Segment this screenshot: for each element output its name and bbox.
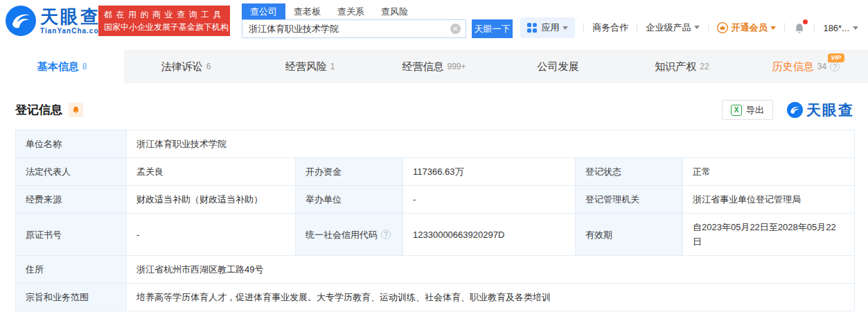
- export-button[interactable]: 导出: [722, 100, 773, 120]
- tab-basic-info[interactable]: 基本信息 8: [0, 50, 124, 83]
- tab-business-info[interactable]: 经营信息 999+: [372, 50, 496, 83]
- table-row: 住所 浙江省杭州市西湖区教工路49号: [16, 256, 855, 284]
- search-tab-boss[interactable]: 查老板: [285, 3, 329, 19]
- field-label: 法定代表人: [16, 158, 127, 186]
- search-tabs: 查公司 查老板 查关系 查风险: [242, 3, 513, 19]
- tab-count: 34: [817, 62, 826, 71]
- company-tabbar: 基本信息 8 法律诉讼 6 经营风险 1 经营信息 999+ 公司发展 知识产权…: [0, 50, 868, 83]
- monitor-bell-button[interactable]: [69, 103, 83, 117]
- field-label: 开办资金: [296, 158, 403, 186]
- tab-label: 经营信息: [402, 60, 443, 74]
- logo-domain: TianYanCha.com: [40, 27, 105, 35]
- registration-section-header: 登记信息 导出 天眼查: [15, 100, 854, 120]
- table-row: 经费来源 财政适当补助（财政适当补助） 举办单位 - 登记管理机关 浙江省事业单…: [16, 186, 855, 214]
- apps-label: 应用: [541, 21, 559, 34]
- tab-label: 公司发展: [538, 60, 579, 74]
- tab-count: 6: [206, 62, 211, 71]
- chevron-down-icon: [770, 26, 776, 30]
- field-value: 正常: [683, 158, 855, 186]
- nav-business-cooperation[interactable]: 商务合作: [592, 21, 628, 34]
- tab-history-info[interactable]: VIP 历史信息 34: [744, 50, 868, 83]
- tianyancha-logo-icon: [787, 102, 803, 118]
- notification-bell[interactable]: [793, 21, 806, 35]
- tab-company-development[interactable]: 公司发展: [496, 50, 620, 83]
- clear-search-icon[interactable]: [450, 24, 461, 34]
- account-menu[interactable]: 186*...: [823, 23, 858, 33]
- field-label: 原证书号: [16, 214, 127, 256]
- field-label-text: 统一社会信用代码: [305, 227, 378, 242]
- tab-count: 1: [330, 62, 335, 71]
- tab-operation-risk[interactable]: 经营风险 1: [248, 50, 372, 83]
- export-label: 导出: [746, 104, 764, 116]
- nav-open-vip[interactable]: 开通会员: [717, 21, 776, 34]
- top-nav: 应用 商务合作 企业级产品 开通会员 186*...: [520, 17, 858, 38]
- watermark-text: 天眼查: [806, 101, 854, 120]
- crown-icon: [717, 22, 728, 33]
- table-row: 单位名称 浙江体育职业技术学院: [16, 130, 855, 158]
- field-value: 浙江省事业单位登记管理局: [683, 186, 855, 214]
- field-label: 单位名称: [16, 130, 127, 158]
- section-title: 登记信息: [15, 102, 62, 118]
- logo-brand: 天眼查: [40, 8, 105, 26]
- tab-label: 法律诉讼: [161, 60, 203, 74]
- tab-label: 基本信息: [37, 60, 79, 74]
- tab-count: 22: [700, 62, 709, 71]
- field-value: 12330000663920297D: [403, 214, 576, 256]
- vip-label: 开通会员: [731, 21, 767, 34]
- tianyancha-watermark: 天眼查: [787, 101, 854, 120]
- excel-icon: [731, 105, 742, 116]
- field-label: 住所: [16, 256, 127, 284]
- tab-legal-proceedings[interactable]: 法律诉讼 6: [124, 50, 248, 83]
- registration-info-table: 单位名称 浙江体育职业技术学院 法定代表人 孟关良 开办资金 117366.63…: [15, 130, 855, 311]
- search-input-wrap: [242, 19, 466, 38]
- field-value: 浙江省杭州市西湖区教工路49号: [127, 256, 855, 284]
- field-label: 统一社会信用代码: [296, 214, 403, 256]
- field-label: 宗旨和业务范围: [16, 284, 127, 311]
- search-input[interactable]: [242, 19, 466, 38]
- field-label: 举办单位: [296, 186, 403, 214]
- search-box: 天眼一下: [242, 19, 513, 38]
- chevron-down-icon: [563, 26, 568, 30]
- tab-label: 知识产权: [655, 60, 696, 74]
- tab-count: 999+: [447, 62, 466, 71]
- table-row: 原证书号 - 统一社会信用代码 12330000663920297D 有效期 自…: [16, 214, 855, 256]
- chevron-down-icon: [694, 26, 700, 29]
- search-tab-company[interactable]: 查公司: [242, 3, 285, 19]
- nav-separator: [583, 23, 584, 33]
- bell-icon: [71, 105, 80, 114]
- tab-count: 8: [82, 62, 87, 71]
- field-value: -: [127, 214, 296, 256]
- promo-line1: 都在用的商业查询工具: [104, 8, 224, 21]
- table-row: 法定代表人 孟关良 开办资金 117366.63万 登记状态 正常: [16, 158, 855, 186]
- help-icon[interactable]: [830, 62, 840, 71]
- field-label: 登记管理机关: [576, 186, 683, 214]
- field-value: 培养高等学历体育人才，促进体育事业发展。大专学历教育、运动训练、社会体育、职业教…: [127, 284, 855, 311]
- field-value: 117366.63万: [403, 158, 576, 186]
- field-value: -: [403, 186, 576, 214]
- apps-grid-icon: [527, 23, 537, 33]
- site-header: 天眼查 TianYanCha.com 都在用的商业查询工具 国家中小企业发展子基…: [0, 0, 868, 50]
- nav-enterprise-products[interactable]: 企业级产品: [646, 21, 700, 34]
- notification-dot: [803, 19, 808, 24]
- search-tab-risk[interactable]: 查风险: [373, 3, 416, 19]
- tianyancha-logo[interactable]: 天眼查 TianYanCha.com: [6, 6, 105, 36]
- field-label: 登记状态: [576, 158, 683, 186]
- table-row: 宗旨和业务范围 培养高等学历体育人才，促进体育事业发展。大专学历教育、运动训练、…: [16, 284, 855, 311]
- promo-line2: 国家中小企业发展子基金旗下机构: [104, 21, 224, 33]
- tab-intellectual-property[interactable]: 知识产权 22: [620, 50, 744, 83]
- help-icon[interactable]: [381, 230, 391, 239]
- nav-separator: [814, 23, 815, 33]
- tab-label: 历史信息: [772, 60, 814, 74]
- nav-separator: [637, 23, 637, 33]
- search-button[interactable]: 天眼一下: [472, 19, 513, 38]
- logo-text: 天眼查 TianYanCha.com: [40, 8, 105, 35]
- apps-menu[interactable]: 应用: [520, 17, 575, 38]
- field-value: 自2023年05月22日至2028年05月22日: [683, 214, 855, 256]
- chevron-down-icon: [853, 26, 858, 30]
- search-area: 查公司 查老板 查关系 查风险 天眼一下: [242, 3, 513, 38]
- field-label: 有效期: [576, 214, 683, 256]
- tab-label: 经营风险: [285, 60, 327, 74]
- search-tab-relation[interactable]: 查关系: [329, 3, 373, 19]
- tianyancha-logo-icon: [6, 6, 36, 36]
- vip-badge: VIP: [828, 53, 844, 62]
